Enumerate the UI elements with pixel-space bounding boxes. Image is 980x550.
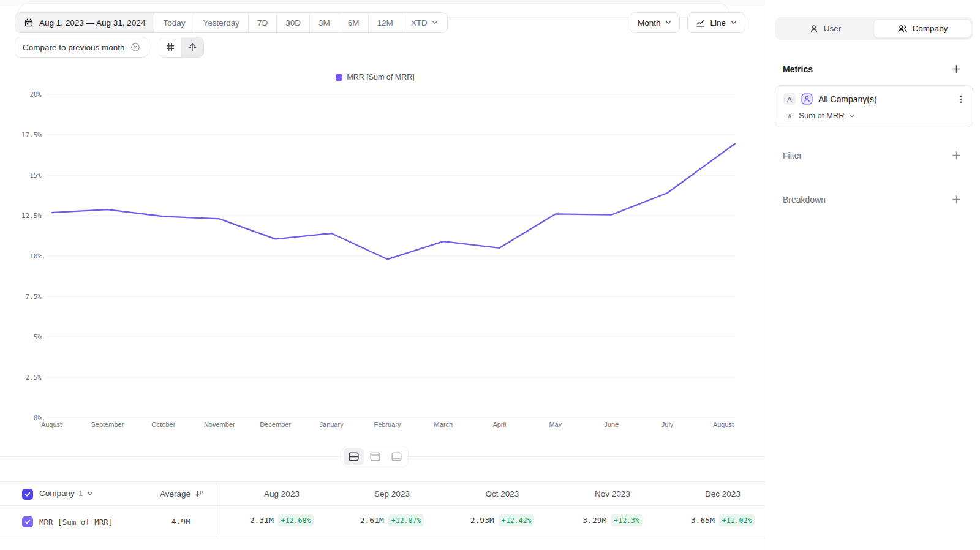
users-icon bbox=[897, 24, 908, 34]
date-range-control: Aug 1, 2023 — Aug 31, 2024 Today Yesterd… bbox=[15, 12, 448, 33]
granularity-label: Month bbox=[638, 18, 661, 28]
column-header: Dec 2023 bbox=[669, 489, 766, 499]
split-view-button[interactable] bbox=[344, 448, 364, 465]
cell-value: 3.65M bbox=[691, 516, 715, 525]
table-view-button[interactable] bbox=[386, 448, 407, 465]
preset-30d[interactable]: 30D bbox=[276, 13, 309, 32]
check-icon bbox=[24, 518, 31, 526]
delta-badge: +12.3% bbox=[611, 514, 643, 526]
circle-x-icon[interactable] bbox=[130, 42, 140, 52]
svg-text:17.5%: 17.5% bbox=[21, 131, 42, 139]
compare-chip-label: Compare to previous month bbox=[23, 43, 125, 52]
preset-12m[interactable]: 12M bbox=[368, 13, 402, 32]
metric-name: All Company(s) bbox=[818, 94, 877, 104]
toggle-user[interactable]: User bbox=[777, 19, 873, 38]
delta-badge: +12.68% bbox=[278, 514, 314, 526]
metric-card[interactable]: A All Company(s) # Su bbox=[775, 85, 973, 127]
table-row[interactable]: MRR [Sum of MRR] 4.9M 2.31M +12.68% 2.61… bbox=[0, 507, 766, 538]
chart-legend: MRR [Sum of MRR] bbox=[0, 73, 750, 81]
absolute-values-button[interactable] bbox=[159, 37, 181, 57]
group-count: 1 bbox=[78, 489, 83, 498]
filter-label: Filter bbox=[783, 151, 802, 160]
plus-icon bbox=[951, 194, 962, 205]
value-mode-toggle bbox=[159, 37, 204, 58]
preset-yesterday[interactable]: Yesterday bbox=[194, 13, 248, 32]
svg-text:December: December bbox=[260, 421, 291, 428]
svg-text:February: February bbox=[374, 421, 401, 428]
group-label: Company bbox=[39, 489, 75, 498]
cell-value: 2.61M bbox=[360, 516, 384, 525]
percent-growth-button[interactable] bbox=[181, 37, 203, 57]
metric-card-row2: # Sum of MRR bbox=[788, 111, 856, 120]
svg-text:15%: 15% bbox=[29, 171, 42, 179]
legend-label: MRR [Sum of MRR] bbox=[347, 73, 414, 81]
preset-6m[interactable]: 6M bbox=[339, 13, 368, 32]
select-all-checkbox[interactable] bbox=[22, 489, 33, 500]
hash-icon bbox=[165, 42, 175, 52]
chart-type-label: Line bbox=[710, 18, 726, 28]
calendar-icon bbox=[24, 18, 34, 28]
line-chart[interactable]: 0%2.5%5%7.5%10%12.5%15%17.5%20%AugustSep… bbox=[0, 86, 750, 438]
chart-type-dropdown[interactable]: Line bbox=[687, 12, 745, 33]
row-metric-name: MRR [Sum of MRR] bbox=[39, 518, 113, 527]
column-header: Sep 2023 bbox=[338, 489, 446, 499]
table-cell: 2.31M +12.68% bbox=[228, 514, 336, 526]
preset-3m[interactable]: 3M bbox=[309, 13, 339, 32]
preset-today[interactable]: Today bbox=[154, 13, 194, 32]
plus-icon bbox=[951, 150, 962, 160]
metric-letter-badge: A bbox=[783, 93, 796, 105]
toggle-company[interactable]: Company bbox=[873, 19, 971, 38]
add-breakdown-button[interactable] bbox=[951, 194, 962, 205]
table-cell: 3.65M +11.02% bbox=[669, 514, 766, 526]
row-checkbox[interactable] bbox=[22, 516, 33, 527]
svg-text:20%: 20% bbox=[29, 91, 42, 99]
average-column-header: Average bbox=[116, 489, 190, 499]
sort-icon[interactable] bbox=[195, 489, 204, 499]
main-content: Aug 1, 2023 — Aug 31, 2024 Today Yesterd… bbox=[0, 0, 766, 550]
svg-text:September: September bbox=[91, 421, 124, 428]
check-icon bbox=[24, 491, 31, 498]
column-header: Nov 2023 bbox=[559, 489, 666, 499]
arrow-up-from-line-icon bbox=[187, 42, 197, 52]
toggle-company-label: Company bbox=[913, 24, 948, 33]
chart-view-button[interactable] bbox=[365, 448, 385, 465]
toolbar: Aug 1, 2023 — Aug 31, 2024 Today Yesterd… bbox=[15, 12, 745, 33]
table-view-icon bbox=[391, 451, 402, 462]
svg-text:July: July bbox=[662, 421, 674, 428]
group-column-header[interactable]: Company 1 bbox=[39, 489, 94, 498]
measure-label: Sum of MRR bbox=[799, 111, 844, 120]
table-cell: 2.93M +12.42% bbox=[448, 514, 556, 526]
preset-7d[interactable]: 7D bbox=[248, 13, 276, 32]
legend-swatch bbox=[336, 74, 342, 81]
table-cell: 2.61M +12.87% bbox=[338, 514, 446, 526]
svg-text:November: November bbox=[204, 421, 235, 428]
add-filter-button[interactable] bbox=[951, 150, 962, 160]
cell-value: 2.93M bbox=[470, 516, 494, 525]
delta-badge: +12.42% bbox=[499, 514, 534, 526]
svg-text:October: October bbox=[151, 421, 175, 428]
date-range-button[interactable]: Aug 1, 2023 — Aug 31, 2024 bbox=[15, 13, 154, 32]
column-header: Aug 2023 bbox=[228, 489, 336, 499]
svg-text:August: August bbox=[713, 421, 734, 428]
numeric-hash-icon: # bbox=[788, 111, 792, 120]
metrics-header: Metrics bbox=[783, 64, 962, 74]
granularity-dropdown[interactable]: Month bbox=[630, 12, 680, 33]
svg-text:12.5%: 12.5% bbox=[21, 212, 42, 220]
svg-text:April: April bbox=[492, 421, 506, 428]
chevron-down-icon bbox=[848, 112, 856, 119]
contact-card-icon bbox=[801, 93, 813, 105]
chart-view-icon bbox=[369, 451, 381, 462]
delta-badge: +12.87% bbox=[388, 514, 424, 526]
metrics-title: Metrics bbox=[783, 64, 813, 74]
svg-text:10%: 10% bbox=[29, 252, 42, 260]
preset-xtd-dropdown[interactable]: XTD bbox=[402, 13, 447, 32]
kebab-menu-icon[interactable] bbox=[957, 94, 965, 104]
chevron-down-icon bbox=[86, 490, 94, 497]
toggle-user-label: User bbox=[824, 24, 842, 33]
add-metric-button[interactable] bbox=[951, 64, 962, 74]
compare-chip[interactable]: Compare to previous month bbox=[15, 37, 148, 58]
measure-dropdown[interactable]: Sum of MRR bbox=[799, 111, 855, 120]
table-column-divider bbox=[216, 481, 216, 538]
column-header: Oct 2023 bbox=[448, 489, 556, 499]
line-chart-icon bbox=[695, 18, 706, 28]
